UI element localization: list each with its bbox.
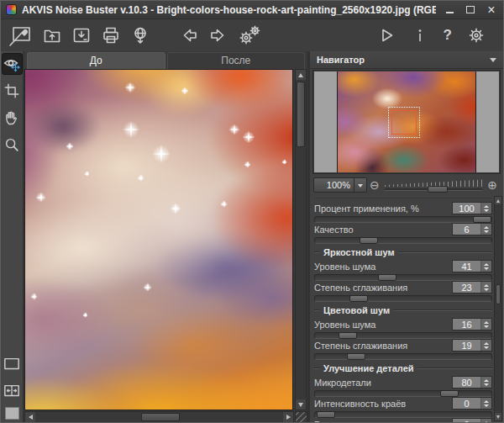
spinner-icon[interactable]	[480, 419, 491, 423]
spinner-icon[interactable]	[480, 282, 491, 293]
vertical-scrollbar[interactable]	[295, 69, 307, 410]
param-slider[interactable]	[314, 390, 492, 397]
painting-image	[24, 69, 293, 410]
param-label: Процент применения, %	[314, 204, 452, 214]
navigator-thumbnail[interactable]	[337, 71, 476, 172]
dropdown-arrow-icon[interactable]	[354, 178, 366, 192]
param-slider-thumb[interactable]	[317, 411, 335, 418]
settings-scroll-up-button[interactable]	[495, 197, 501, 204]
settings-scroll-thumb[interactable]	[496, 284, 501, 304]
param-slider[interactable]	[314, 411, 492, 418]
param-value-field[interactable]: 0	[452, 397, 492, 410]
export-web-button[interactable]	[130, 25, 150, 45]
zoom-controls: 100% ⊖ ⊕	[313, 177, 500, 193]
help-button[interactable]: ?	[444, 27, 452, 44]
param-row: Уровень шума 16	[314, 318, 492, 339]
resize-grip[interactable]	[295, 411, 307, 423]
navigator-thumbnail-area[interactable]	[312, 70, 501, 174]
navigator-view-frame[interactable]	[388, 107, 420, 138]
horizontal-scrollbar[interactable]	[24, 411, 294, 423]
param-slider-thumb[interactable]	[378, 274, 396, 281]
spinner-icon[interactable]	[480, 340, 491, 351]
param-value-field[interactable]: 6	[452, 223, 492, 235]
zoom-tool-button[interactable]	[2, 134, 23, 156]
vertical-scroll-thumb[interactable]	[297, 82, 305, 147]
crop-tool-button[interactable]	[2, 80, 23, 102]
param-value-field[interactable]: 16	[452, 318, 492, 330]
app-window: AKVIS Noise Buster v.10.3 - Bright-color…	[0, 0, 504, 423]
settings-scrollbar[interactable]	[494, 196, 502, 421]
run-button[interactable]	[376, 25, 396, 45]
spinner-icon[interactable]	[480, 224, 491, 235]
spinner-icon[interactable]	[480, 319, 491, 330]
background-color-swatch[interactable]	[5, 407, 19, 420]
preview-tool-button[interactable]	[2, 53, 23, 75]
tools-panel	[1, 51, 24, 422]
open-button[interactable]	[42, 25, 62, 45]
scroll-down-button[interactable]	[296, 399, 306, 410]
zoom-slider-thumb[interactable]	[428, 186, 448, 193]
scroll-up-button[interactable]	[296, 70, 306, 80]
horizontal-scroll-thumb[interactable]	[141, 413, 180, 421]
maximize-button[interactable]	[464, 4, 477, 16]
image-canvas[interactable]	[24, 69, 293, 410]
spinner-icon[interactable]	[480, 261, 491, 272]
star-sparkle	[281, 159, 287, 165]
zoom-slider-track[interactable]	[385, 188, 483, 191]
star-sparkle	[220, 200, 228, 208]
param-slider[interactable]	[314, 295, 492, 302]
param-label: Интенсивность краёв	[314, 399, 452, 409]
param-slider[interactable]	[314, 332, 492, 339]
navigator-header[interactable]: Навигатор	[310, 51, 503, 69]
settings-scroll-down-button[interactable]	[495, 413, 501, 420]
star-sparkle	[170, 203, 181, 214]
collapse-icon[interactable]	[490, 58, 496, 66]
redo-button[interactable]	[208, 25, 228, 45]
zoom-out-button[interactable]: ⊖	[370, 179, 380, 191]
spinner-icon[interactable]	[480, 398, 491, 409]
param-slider[interactable]	[314, 237, 492, 244]
scroll-right-button[interactable]	[283, 412, 293, 422]
star-sparkle	[181, 87, 189, 95]
tab-before[interactable]: До	[27, 52, 165, 69]
zoom-in-button[interactable]: ⊕	[487, 179, 497, 191]
preferences-button[interactable]	[466, 25, 486, 45]
scroll-left-button[interactable]	[25, 412, 35, 422]
param-value-field[interactable]: 19	[452, 339, 492, 352]
spinner-icon[interactable]	[480, 377, 491, 388]
param-slider-thumb[interactable]	[473, 216, 491, 223]
param-value-field[interactable]: 100	[452, 202, 492, 214]
view-split-window-button[interactable]	[2, 380, 23, 402]
param-slider-thumb[interactable]	[440, 390, 459, 397]
akvis-logo-button[interactable]	[8, 24, 33, 47]
minimize-button[interactable]	[443, 4, 456, 16]
param-slider-thumb[interactable]	[349, 295, 368, 302]
info-button[interactable]	[411, 25, 429, 45]
star-sparkle	[151, 144, 171, 164]
param-slider[interactable]	[314, 353, 492, 360]
param-slider[interactable]	[314, 216, 492, 223]
save-button[interactable]	[71, 25, 92, 45]
param-value-field[interactable]: 41	[452, 260, 492, 272]
param-slider-thumb[interactable]	[360, 237, 378, 244]
zoom-level-dropdown[interactable]: 100%	[313, 177, 367, 193]
undo-button[interactable]	[179, 25, 199, 45]
spinner-icon[interactable]	[480, 203, 491, 214]
star-sparkle	[84, 171, 90, 177]
zoom-slider[interactable]	[385, 179, 483, 191]
param-value-field[interactable]: 80	[452, 376, 492, 389]
batch-processing-button[interactable]	[238, 24, 261, 46]
close-button[interactable]: ×	[485, 4, 498, 16]
hand-tool-button[interactable]	[2, 107, 23, 129]
param-slider-thumb[interactable]	[339, 332, 357, 339]
param-slider-thumb[interactable]	[347, 353, 365, 360]
param-value-field[interactable]: 0	[452, 418, 492, 423]
param-slider[interactable]	[314, 274, 492, 281]
param-label: Уровень шума	[314, 262, 452, 272]
view-single-window-button[interactable]	[2, 353, 23, 375]
tab-after[interactable]: После	[167, 52, 306, 69]
section-header: Яркостной шум	[314, 247, 492, 257]
param-row: Уровень шума 41	[314, 260, 492, 281]
param-value-field[interactable]: 23	[452, 281, 492, 293]
print-button[interactable]	[101, 25, 121, 45]
